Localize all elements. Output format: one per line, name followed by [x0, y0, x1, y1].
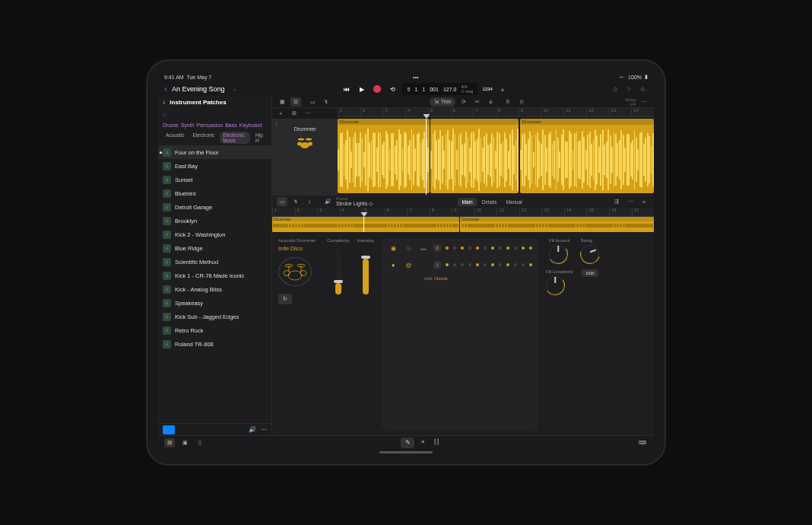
fill-amount-knob[interactable] [549, 245, 567, 263]
overview-region[interactable]: Drummer Drummer [272, 217, 654, 232]
add-chords-button[interactable]: Chords [434, 276, 448, 281]
region-1[interactable]: Drummer [338, 119, 430, 193]
drummer-name[interactable]: Indie Disco [278, 246, 319, 251]
snap-tool-button[interactable]: ⫝ [486, 97, 496, 107]
cycle-button[interactable]: ⟲ [387, 84, 398, 94]
library-back-button[interactable]: ‹ [163, 98, 165, 107]
region-3[interactable]: Drummer [520, 119, 654, 193]
editor-filter-button[interactable]: ⇶ [611, 197, 622, 206]
more-icon[interactable]: ⋯ [261, 426, 267, 433]
patch-item[interactable]: ♫East Bay [158, 159, 271, 173]
editor-more-button[interactable]: ⋯ [625, 197, 636, 206]
countin-button[interactable]: 1234 [482, 84, 493, 94]
variant-2[interactable]: 2 [433, 244, 441, 252]
tom-icon[interactable]: ◍ [403, 259, 414, 270]
timeline-ruler[interactable]: 1234567891011121314 [338, 108, 654, 117]
tag-bass[interactable]: Bass [225, 123, 237, 128]
patch-item[interactable]: ♫Kick Sub - Jagged Edges [158, 310, 271, 323]
paste-icon[interactable]: ⎙ [516, 97, 527, 107]
snap-label[interactable]: Snap1/4 [625, 97, 636, 107]
list-view-button[interactable]: ☰ [290, 97, 301, 107]
editor-region-button[interactable]: ▭ [277, 197, 287, 206]
preset-selector[interactable]: Preset Strobe Lights ◇ [336, 197, 373, 207]
patch-item[interactable]: ♫Roland TR-808 [158, 337, 271, 351]
kick-icon[interactable]: ● [388, 259, 398, 270]
home-indicator[interactable] [379, 451, 433, 453]
add-track-button[interactable]: + [275, 109, 286, 118]
tag-acoustic[interactable]: Acoustic [163, 132, 188, 144]
keyboard-icon[interactable]: ⌨ [637, 438, 648, 447]
swing-knob[interactable] [581, 245, 599, 263]
back-button[interactable]: ‹ [164, 84, 167, 94]
patch-list[interactable]: ♫Four on the Floor♫East Bay♫Sunset♫Blueb… [158, 145, 271, 423]
snare-icon[interactable]: ▬ [418, 243, 429, 253]
record-button[interactable] [372, 84, 382, 94]
volume-icon[interactable]: 🔊 [249, 426, 256, 433]
drummer-kit-image[interactable] [278, 257, 312, 286]
patch-item[interactable]: ♫Kick - Analog Bliss [158, 282, 271, 296]
cymbal-icon[interactable]: ◉ [388, 243, 398, 253]
editor-mute-button[interactable]: 🔊 [322, 197, 333, 206]
history-button[interactable]: ⊙ [610, 84, 620, 94]
grid-view-button[interactable]: ▦ [277, 97, 287, 107]
browser-button-3[interactable]: ▯ [195, 438, 205, 447]
tag-synth[interactable]: Synth [181, 123, 195, 128]
tag-hiphop[interactable]: Hip H [252, 132, 267, 144]
editor-list-button[interactable]: ≡ [639, 197, 649, 206]
tab-details[interactable]: Details [478, 198, 501, 206]
patch-item[interactable]: ♫Brooklyn [158, 214, 271, 228]
library-toggle-button[interactable]: ▤ [164, 438, 175, 447]
playhead[interactable] [426, 119, 427, 195]
more-menu-button[interactable]: ⋯ [639, 97, 649, 107]
tag-keyboard[interactable]: Keyboard [239, 123, 262, 128]
editor-ruler[interactable]: 1234567891011121314151617 [272, 208, 654, 217]
search-icon[interactable]: ⌕ [163, 110, 167, 118]
patch-item[interactable]: ♫Speakeasy [158, 296, 271, 310]
automation-tool-button[interactable]: ↯ [321, 97, 331, 107]
variant-1[interactable]: 1 [433, 261, 441, 269]
complexity-slider[interactable] [335, 249, 341, 294]
patch-item[interactable]: ♫Four on the Floor [158, 145, 271, 159]
help-button[interactable]: ? [623, 84, 634, 94]
editor-automation-button[interactable]: ↯ [290, 197, 301, 206]
editor-playhead[interactable] [363, 217, 364, 232]
browser-button-2[interactable]: ▣ [179, 438, 190, 447]
track-header[interactable]: 1 Drummer [272, 119, 338, 195]
chevron-down-icon[interactable]: ⌄ [230, 84, 240, 94]
editor-info-button[interactable]: i [304, 197, 315, 206]
project-title[interactable]: An Evening Song [172, 85, 225, 93]
region-tool-button[interactable]: ▭ [307, 97, 318, 107]
fill-complexity-knob[interactable] [546, 276, 564, 294]
swing-value-button[interactable]: 16th [582, 269, 598, 277]
rewind-button[interactable]: ⏮ [341, 84, 352, 94]
patch-item[interactable]: ♫Scientific Method [158, 255, 271, 269]
intensity-slider[interactable] [363, 249, 369, 294]
tag-electronic-music[interactable]: Electronic Music [220, 132, 250, 144]
region-2[interactable] [430, 119, 519, 193]
patch-item[interactable]: ♫Retro Rock [158, 323, 271, 337]
tag-drums[interactable]: Drums [163, 123, 179, 128]
patch-item[interactable]: ♫Sunset [158, 173, 271, 186]
patch-item[interactable]: ♫Blue Ridge [158, 241, 271, 255]
patch-item[interactable]: ♫Kick 2 - Washington [158, 228, 271, 241]
patch-item[interactable]: ♫Bluebird [158, 186, 271, 200]
copy-icon[interactable]: ⎘ [503, 97, 513, 107]
play-button[interactable]: ▶ [357, 84, 367, 94]
footer-blue-button[interactable] [163, 425, 175, 434]
tag-percussion[interactable]: Percussion [197, 123, 224, 128]
mixer-icon[interactable]: ┇┇ [431, 438, 442, 447]
scissors-icon[interactable]: ✂ [472, 97, 483, 107]
trim-button[interactable]: ⇲ Trim [430, 97, 455, 107]
track-more-button[interactable]: ⋯ [303, 109, 313, 118]
tag-electronic[interactable]: Electronic [190, 132, 218, 144]
lcd-display[interactable]: 5 1 1 001 127.0 4/4 C maj [402, 83, 477, 95]
loop-tool-button[interactable]: ⟳ [458, 97, 469, 107]
track-filter-button[interactable]: ⊞ [289, 109, 300, 118]
hihat-icon[interactable]: ◎ [403, 243, 414, 253]
patch-item[interactable]: ♫Kick 1 - CR-78 Made Iconic [158, 269, 271, 282]
track-regions[interactable]: Drummer Drummer [338, 119, 654, 195]
edit-mode-button[interactable]: ✎ [401, 438, 414, 448]
settings-button[interactable]: ⊖ [637, 84, 648, 94]
metronome-button[interactable]: ▲ [497, 84, 508, 94]
patch-item[interactable]: ♫Detroit Garage [158, 200, 271, 214]
